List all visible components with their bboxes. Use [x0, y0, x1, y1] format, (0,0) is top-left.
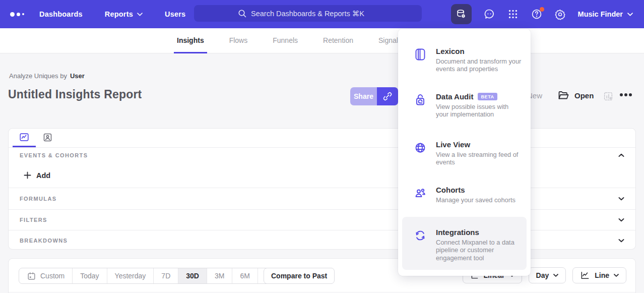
gear-icon	[554, 9, 566, 20]
integrations-sync-icon	[414, 228, 426, 265]
apps-grid-button[interactable]	[507, 8, 519, 20]
link-icon	[382, 91, 393, 101]
menu-item-texts: Cohorts Manage your saved cohorts	[436, 186, 522, 204]
menu-item-description: Manage your saved cohorts	[436, 196, 522, 204]
global-search-input[interactable]	[251, 10, 378, 18]
events-mode-tab[interactable]	[13, 129, 36, 147]
open-label: Open	[574, 91, 594, 100]
live-view-globe-icon	[414, 140, 426, 166]
menu-item-lexicon[interactable]: Lexicon Document and transform your even…	[402, 42, 527, 78]
tab-flows[interactable]: Flows	[226, 28, 251, 53]
folder-open-icon	[557, 89, 569, 101]
add-event-button[interactable]: Add	[24, 171, 50, 180]
breakdowns-label: BREAKDOWNS	[20, 238, 68, 244]
compare-to-past-button[interactable]: Compare to Past	[264, 268, 335, 284]
menu-item-title: Integrations	[436, 228, 479, 237]
app-window: Dashboards Reports Users	[0, 0, 644, 293]
analyze-prefix-label: Analyze Uniques by	[9, 72, 67, 80]
report-actions: Share New Open	[0, 87, 644, 105]
settings-button[interactable]	[554, 8, 566, 20]
analyze-entity-value[interactable]: User	[70, 72, 85, 80]
open-report-button[interactable]: Open	[557, 89, 594, 101]
filters-section-header[interactable]: FILTERS	[9, 209, 635, 230]
range-today[interactable]: Today	[73, 268, 107, 283]
interval-dropdown[interactable]: Day	[529, 267, 566, 283]
navbar-right-cluster: Music Finder	[451, 0, 633, 28]
share-button[interactable]: Share	[350, 87, 377, 105]
breakdowns-section-header[interactable]: BREAKDOWNS	[9, 230, 635, 250]
range-custom[interactable]: Custom	[19, 268, 73, 283]
global-search[interactable]	[194, 5, 422, 22]
chevron-down-icon	[614, 274, 619, 277]
users-mode-tab[interactable]	[36, 129, 59, 147]
menu-item-cohorts[interactable]: Cohorts Manage your saved cohorts	[402, 181, 527, 209]
database-gear-icon	[456, 9, 467, 20]
line-chart-icon	[580, 270, 590, 280]
nav-users[interactable]: Users	[165, 10, 185, 18]
menu-item-description: View possible issues with your implement…	[436, 103, 522, 119]
nav-reports[interactable]: Reports	[105, 10, 143, 18]
lexicon-book-icon	[414, 47, 426, 73]
chevron-down-icon[interactable]	[618, 218, 624, 222]
chart-add-icon	[603, 91, 614, 102]
chevron-up-icon[interactable]	[618, 153, 624, 157]
feedback-button[interactable]	[483, 8, 495, 20]
chart-type-label: Line	[595, 271, 609, 279]
nav-users-label: Users	[165, 10, 185, 18]
nav-dashboards[interactable]: Dashboards	[39, 10, 83, 18]
menu-item-integrations[interactable]: Integrations Connect Mixpanel to a data …	[402, 217, 527, 270]
menu-item-description: Connect Mixpanel to a data pipeline or c…	[436, 239, 522, 262]
chart-square-icon	[19, 132, 30, 143]
range-3m[interactable]: 3M	[207, 268, 232, 283]
save-report-button[interactable]	[603, 91, 614, 104]
primary-nav: Dashboards Reports Users	[39, 10, 185, 18]
data-audit-lock-icon	[414, 92, 426, 119]
mixpanel-logo-icon[interactable]	[10, 12, 30, 17]
help-button[interactable]	[531, 8, 543, 20]
breadcrumb: Analyze Uniques byUser	[9, 72, 85, 80]
cohorts-people-icon	[414, 186, 426, 204]
chat-bubble-icon	[483, 8, 495, 20]
range-yesterday[interactable]: Yesterday	[107, 268, 154, 283]
range-6m[interactable]: 6M	[232, 268, 257, 283]
menu-item-live-view[interactable]: Live View View a live streaming feed of …	[402, 135, 527, 171]
query-mode-tabs	[9, 129, 635, 148]
menu-item-texts: Integrations Connect Mixpanel to a data …	[436, 228, 522, 265]
chevron-down-icon	[137, 13, 143, 16]
toolbar-divider	[9, 292, 635, 292]
query-builder-card: EVENTS & COHORTS Add FORMULAS FILTERS BR…	[8, 128, 636, 250]
formulas-section-header[interactable]: FORMULAS	[9, 188, 635, 209]
chart-type-dropdown[interactable]: Line	[572, 267, 626, 283]
chevron-down-icon[interactable]	[618, 239, 624, 243]
range-30d[interactable]: 30D	[178, 268, 207, 283]
menu-item-texts: Lexicon Document and transform your even…	[436, 47, 522, 73]
date-range-segmented-control: Custom Today Yesterday 7D 30D 3M 6M 12M	[19, 268, 287, 284]
events-cohorts-section-header[interactable]: EVENTS & COHORTS	[9, 148, 635, 163]
menu-item-description: Document and transform your events and p…	[436, 57, 522, 73]
nav-reports-label: Reports	[105, 10, 133, 18]
plus-icon	[24, 171, 31, 179]
range-7d[interactable]: 7D	[154, 268, 178, 283]
chevron-down-icon[interactable]	[618, 197, 624, 201]
tab-insights[interactable]: Insights	[174, 28, 207, 53]
calendar-icon	[27, 271, 36, 281]
tab-funnels[interactable]: Funnels	[270, 28, 301, 53]
report-tabs-bar: Insights Flows Funnels Retention Signal …	[0, 28, 644, 53]
copy-link-button[interactable]	[377, 87, 398, 105]
add-event-row: Add	[9, 163, 635, 188]
tab-retention[interactable]: Retention	[320, 28, 356, 53]
menu-item-title: Lexicon	[436, 47, 465, 55]
interval-label: Day	[536, 271, 549, 279]
search-icon	[238, 9, 246, 18]
menu-item-data-audit[interactable]: Data Audit BETA View possible issues wit…	[402, 87, 527, 124]
add-label: Add	[36, 171, 50, 180]
menu-item-description: View a live streaming feed of events	[436, 151, 522, 166]
project-switcher[interactable]: Music Finder	[578, 10, 633, 18]
menu-item-title: Cohorts	[436, 186, 465, 194]
grid-dots-icon	[507, 9, 519, 20]
tab-signal[interactable]: Signal	[375, 28, 401, 53]
data-management-button[interactable]	[451, 4, 472, 24]
menu-item-title: Data Audit	[436, 92, 473, 101]
chevron-down-icon	[553, 274, 558, 277]
more-options-button[interactable]	[620, 93, 632, 96]
